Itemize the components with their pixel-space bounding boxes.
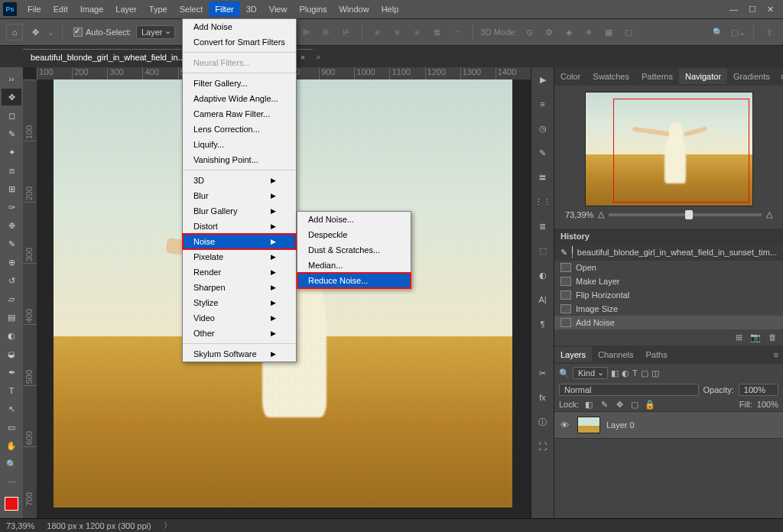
search-icon[interactable]: 🔍 xyxy=(710,25,726,39)
zoom-slider[interactable] xyxy=(609,213,762,216)
history-step[interactable]: Add Noise xyxy=(554,316,783,329)
filter-menu-item[interactable]: 3D▶ xyxy=(183,173,296,188)
tab-color[interactable]: Color xyxy=(554,69,586,84)
lock-brush-icon[interactable]: ✎ xyxy=(599,399,609,410)
lock-move-icon[interactable]: ✥ xyxy=(614,399,625,410)
hand-tool[interactable]: ✋ xyxy=(2,437,21,454)
menu-view[interactable]: View xyxy=(263,2,294,17)
minimize-icon[interactable]: — xyxy=(729,5,738,15)
panel-menu-icon[interactable]: ≡ xyxy=(769,350,783,359)
filter-menu-item[interactable]: Video▶ xyxy=(183,310,296,326)
snapshot-icon[interactable]: 📷 xyxy=(750,332,761,342)
eyedropper-tool[interactable]: ✑ xyxy=(2,199,21,216)
path-tool[interactable]: ↖ xyxy=(2,401,21,417)
noise-menu-item[interactable]: Add Noise... xyxy=(297,212,411,227)
fill-value[interactable]: 100% xyxy=(757,400,778,409)
cube-icon[interactable]: ⬚ xyxy=(535,243,551,258)
settings-icon[interactable]: ⛶ xyxy=(535,439,551,454)
filter-menu-item[interactable]: Liquify... xyxy=(183,137,296,152)
lock-artboard-icon[interactable]: ▢ xyxy=(629,399,640,410)
menu-layer[interactable]: Layer xyxy=(109,2,143,17)
distribute-icon[interactable]: ≣ xyxy=(430,25,445,39)
zoom-in-icon[interactable]: △ xyxy=(766,209,772,219)
layer-select[interactable]: Layer xyxy=(136,25,176,39)
tab-layers[interactable]: Layers xyxy=(554,347,592,362)
filter-adjust-icon[interactable]: ◐ xyxy=(622,368,629,378)
type-tool[interactable]: T xyxy=(2,382,21,399)
distribute-icon[interactable]: ≡ xyxy=(410,25,425,39)
maximize-icon[interactable]: ☐ xyxy=(749,5,756,15)
menu-file[interactable]: File xyxy=(21,2,47,17)
zoom-out-icon[interactable]: △ xyxy=(598,209,604,219)
eye-icon[interactable]: 👁 xyxy=(560,420,571,430)
menu-help[interactable]: Help xyxy=(375,2,405,17)
filter-menu-item[interactable]: Camera Raw Filter... xyxy=(183,106,296,122)
lock-all-icon[interactable]: 🔒 xyxy=(645,399,655,410)
share-icon[interactable]: ⇪ xyxy=(762,25,777,39)
move-tool[interactable]: ✥ xyxy=(2,89,21,105)
filter-menu-item[interactable]: Pixelate▶ xyxy=(183,249,296,264)
stamp-tool[interactable]: ⊕ xyxy=(2,254,21,271)
layer-filter-select[interactable]: Kind xyxy=(573,367,608,379)
history-step[interactable]: Image Size xyxy=(554,302,783,316)
filter-menu-item[interactable]: Adaptive Wide Angle... xyxy=(183,91,296,106)
info-icon[interactable]: ⓘ xyxy=(535,414,551,430)
history-step[interactable]: Make Layer xyxy=(554,274,783,288)
tab-swatches[interactable]: Swatches xyxy=(586,69,635,84)
paragraph-icon[interactable]: ¶ xyxy=(535,316,551,332)
move-tool-icon[interactable]: ✥ xyxy=(28,24,43,40)
brush-panel-icon[interactable]: ✎ xyxy=(535,145,551,161)
menu-type[interactable]: Type xyxy=(143,2,174,17)
clock-icon[interactable]: ◷ xyxy=(535,121,551,136)
edit-toolbar-icon[interactable]: ⋯ xyxy=(2,474,21,491)
brushes-icon[interactable]: ⋮⋮ xyxy=(535,194,551,209)
align-icon[interactable]: ⊬ xyxy=(339,25,354,39)
menu-window[interactable]: Window xyxy=(333,2,375,17)
new-doc-icon[interactable]: ⊞ xyxy=(736,332,742,342)
lasso-tool[interactable]: ✎ xyxy=(2,125,21,142)
filter-menu-item[interactable]: Add Noise xyxy=(183,19,296,34)
filter-menu-item[interactable]: Vanishing Point... xyxy=(183,152,296,167)
filter-menu-item[interactable]: Filter Gallery... xyxy=(183,76,296,91)
menu-filter[interactable]: Filter xyxy=(209,2,239,17)
mode-icon[interactable]: ▢ xyxy=(621,25,636,39)
panel-icon[interactable]: 〓 xyxy=(535,170,551,185)
noise-menu-item[interactable]: Reduce Noise... xyxy=(297,273,411,288)
eraser-tool[interactable]: ▱ xyxy=(2,290,21,307)
filter-shape-icon[interactable]: ▢ xyxy=(641,368,648,378)
noise-menu-item[interactable]: Despeckle xyxy=(297,227,411,242)
home-button[interactable]: ⌂ xyxy=(6,24,23,41)
filter-type-icon[interactable]: T xyxy=(632,368,638,378)
tab-overflow[interactable]: » xyxy=(316,52,320,61)
tab-paths[interactable]: Paths xyxy=(640,347,674,362)
foreground-swatch[interactable] xyxy=(5,497,18,511)
frame-tool[interactable]: ⊞ xyxy=(2,180,21,197)
tab-navigator[interactable]: Navigator xyxy=(679,69,727,84)
brush-tool[interactable]: ✎ xyxy=(2,235,21,252)
layer-row[interactable]: 👁 Layer 0 xyxy=(554,411,783,439)
filter-menu-item[interactable]: Skylum Software▶ xyxy=(183,346,296,362)
blur-tool[interactable]: ◐ xyxy=(2,327,21,344)
type-icon[interactable]: A| xyxy=(535,292,551,307)
lock-pixels-icon[interactable]: ◧ xyxy=(583,399,594,410)
filter-menu-item[interactable]: Sharpen▶ xyxy=(183,280,296,295)
layers-icon[interactable]: ≣ xyxy=(535,219,551,234)
filter-menu-item[interactable]: Distort▶ xyxy=(183,219,296,234)
history-step[interactable]: Flip Horizontal xyxy=(554,288,783,302)
filter-menu-item[interactable]: Lens Correction... xyxy=(183,122,296,137)
zoom-tool[interactable]: 🔍 xyxy=(2,456,21,472)
mode-icon[interactable]: ☀ xyxy=(581,25,596,39)
history-step[interactable]: Open xyxy=(554,261,783,274)
align-icon[interactable]: ⊫ xyxy=(299,25,314,39)
auto-select-checkbox[interactable]: Auto-Select: xyxy=(73,28,132,37)
filter-menu-item[interactable]: Stylize▶ xyxy=(183,295,296,310)
menu-select[interactable]: Select xyxy=(174,2,210,17)
noise-menu-item[interactable]: Dust & Scratches... xyxy=(297,242,411,258)
tab-channels[interactable]: Channels xyxy=(592,347,639,362)
menu-3d[interactable]: 3D xyxy=(240,2,263,17)
tab-gradients[interactable]: Gradients xyxy=(727,69,776,84)
brush-settings-icon[interactable]: ✂ xyxy=(535,365,551,381)
workspace-icon[interactable]: ▢⌄ xyxy=(730,25,746,39)
filter-menu-item[interactable]: Convert for Smart Filters xyxy=(183,34,296,50)
dodge-tool[interactable]: ◒ xyxy=(2,345,21,362)
